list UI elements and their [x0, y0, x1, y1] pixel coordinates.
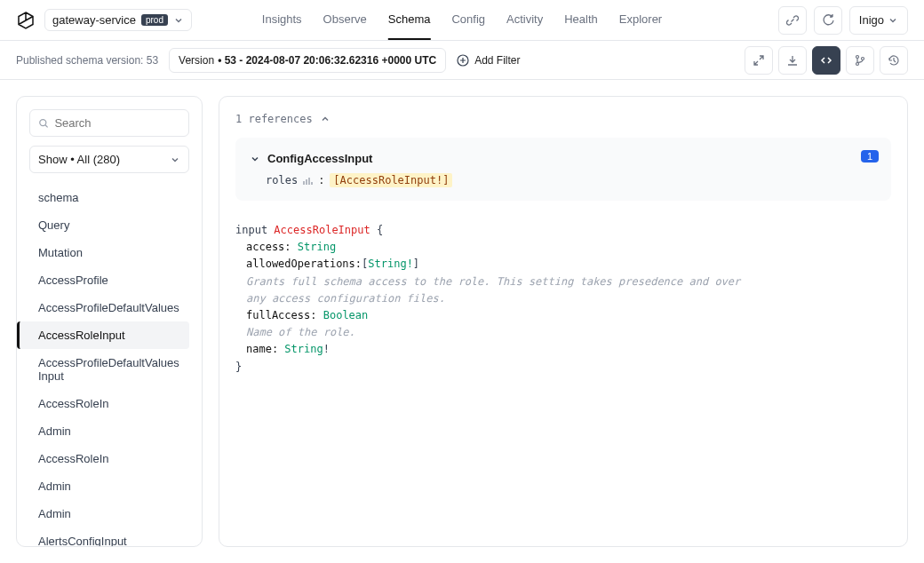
sidebar-item[interactable]: AccessRoleInput: [17, 321, 189, 349]
sidebar-item[interactable]: Admin: [29, 417, 189, 445]
reference-count-badge: 1: [861, 150, 879, 163]
refresh-button[interactable]: [814, 6, 842, 35]
show-label: Show: [38, 153, 68, 166]
add-filter-button[interactable]: Add Filter: [457, 54, 520, 67]
show-value: • All (280): [70, 153, 120, 166]
env-badge: prod: [141, 14, 168, 26]
chevron-down-icon: [888, 15, 898, 26]
sidebar-item[interactable]: Admin: [29, 500, 189, 527]
version-selector[interactable]: Version • 53 - 2024-08-07 20:06:32.62316…: [169, 48, 446, 73]
chevron-down-icon: [173, 15, 184, 26]
branch-button[interactable]: [846, 46, 874, 75]
sidebar-item[interactable]: AccessRoleIn: [29, 390, 189, 417]
app-logo[interactable]: [16, 11, 36, 30]
history-button[interactable]: [880, 46, 908, 75]
search-icon: [38, 117, 49, 130]
tab-observe[interactable]: Observe: [323, 0, 367, 40]
sidebar-item[interactable]: Query: [29, 211, 189, 239]
expand-button[interactable]: [745, 46, 773, 75]
field-type[interactable]: AccessRoleInput!: [340, 174, 443, 186]
references-header[interactable]: 1 references: [235, 113, 891, 125]
code-button[interactable]: [812, 46, 840, 75]
add-filter-label: Add Filter: [474, 54, 520, 67]
published-version-label: Published schema version: 53: [16, 54, 158, 67]
link-icon: [786, 14, 799, 27]
svg-point-4: [40, 119, 46, 125]
tab-insights[interactable]: Insights: [262, 0, 302, 40]
sidebar-item[interactable]: AlertsConfigInput: [29, 527, 189, 547]
sidebar-item[interactable]: Mutation: [29, 239, 189, 266]
tab-health[interactable]: Health: [564, 0, 598, 40]
version-prefix: Version: [179, 54, 214, 67]
sidebar-item[interactable]: Admin: [29, 472, 189, 500]
show-selector[interactable]: Show • All (280): [29, 146, 189, 173]
chart-icon: [303, 176, 313, 186]
user-menu[interactable]: Inigo: [849, 6, 908, 35]
tab-explorer[interactable]: Explorer: [619, 0, 662, 40]
service-selector[interactable]: gateway-service prod: [44, 9, 192, 31]
main-panel: 1 references ConfigAccessInput roles : […: [219, 96, 908, 547]
code-icon: [820, 54, 832, 67]
version-detail: • 53 - 2024-08-07 20:06:32.62316 +0000 U…: [218, 54, 436, 67]
reference-title[interactable]: ConfigAccessInput: [267, 152, 372, 165]
tab-config[interactable]: Config: [451, 0, 485, 40]
plus-circle-icon: [457, 54, 469, 67]
chevron-down-icon: [170, 155, 180, 165]
search-box[interactable]: [29, 109, 189, 137]
tab-schema[interactable]: Schema: [388, 0, 431, 40]
download-icon: [786, 54, 799, 67]
refresh-icon: [822, 14, 834, 27]
sidebar-item[interactable]: AccessProfileDefaultValues Input: [29, 349, 189, 390]
user-name: Inigo: [859, 13, 884, 27]
reference-card: ConfigAccessInput roles : [AccessRoleInp…: [235, 138, 891, 201]
type-name: AccessRoleInput: [274, 224, 370, 236]
branch-icon: [854, 54, 866, 67]
sidebar-item[interactable]: AccessProfileDefaultValues: [29, 294, 189, 321]
tab-activity[interactable]: Activity: [506, 0, 543, 40]
service-name: gateway-service: [52, 13, 136, 27]
chevron-down-icon[interactable]: [250, 154, 260, 164]
field-name: roles: [266, 174, 298, 186]
nav-tabs: Insights Observe Schema Config Activity …: [262, 0, 662, 40]
history-icon: [888, 54, 900, 67]
sidebar-item[interactable]: AccessProfile: [29, 266, 189, 294]
svg-point-3: [862, 57, 864, 59]
link-button[interactable]: [778, 6, 807, 35]
references-label: 1 references: [235, 113, 313, 125]
search-input[interactable]: [54, 116, 180, 130]
code-block: input AccessRoleInput { access: String a…: [235, 222, 891, 376]
sidebar-item[interactable]: schema: [29, 184, 189, 211]
download-button[interactable]: [778, 46, 807, 75]
svg-point-1: [856, 55, 859, 58]
expand-icon: [753, 54, 765, 67]
chevron-up-icon: [320, 114, 331, 124]
sidebar: Show • All (280) schemaQueryMutationAcce…: [16, 96, 203, 547]
sidebar-item[interactable]: AccessRoleIn: [29, 445, 189, 472]
